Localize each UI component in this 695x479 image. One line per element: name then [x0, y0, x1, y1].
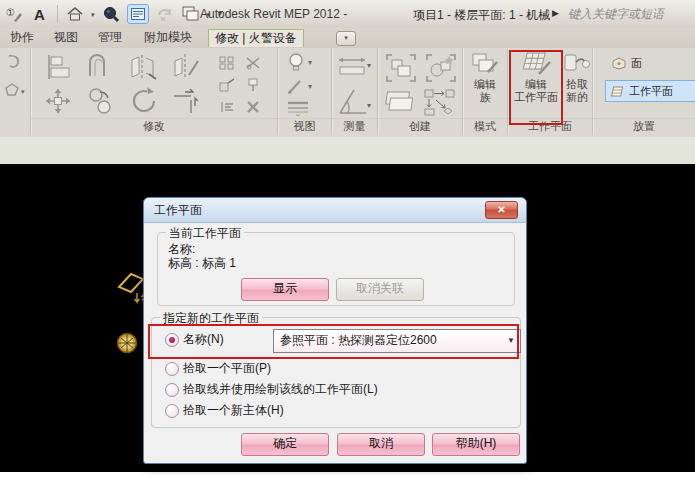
- quick-access-toolbar: ① A ▾ ▾ ▼: [4, 2, 224, 26]
- text-tool-icon[interactable]: A: [30, 4, 50, 24]
- edit-workplane-icon: [519, 50, 553, 78]
- radio-pick-plane-label[interactable]: 拾取一个平面(P): [183, 360, 271, 377]
- rotate-icon[interactable]: [129, 86, 159, 116]
- annotate-icon[interactable]: ①: [4, 4, 24, 24]
- tab-collaborate[interactable]: 协作: [4, 29, 40, 46]
- scale-icon[interactable]: [219, 78, 235, 92]
- title-bar: ① A ▾ ▾ ▼ Autodesk Rev: [0, 0, 695, 29]
- panel-label-placement: 放置: [593, 118, 695, 135]
- tab-manage[interactable]: 管理: [92, 29, 128, 46]
- svg-text:▾: ▾: [308, 82, 312, 91]
- radio-pick-host-label[interactable]: 拾取一个新主体(H): [183, 402, 284, 419]
- ok-button[interactable]: 确定: [241, 433, 329, 456]
- mirror-axis-icon[interactable]: [171, 52, 201, 82]
- svg-text:▾: ▾: [21, 88, 25, 95]
- create-similar-icon[interactable]: [424, 52, 458, 84]
- dialog-title[interactable]: 工作平面: [144, 198, 526, 223]
- ribbon: ▾: [0, 48, 695, 139]
- align-icon[interactable]: [43, 52, 73, 82]
- ribbon-minimize-button[interactable]: ▾: [336, 31, 356, 46]
- pin-icon[interactable]: [245, 78, 261, 92]
- radio-pick-line-label[interactable]: 拾取线并使用绘制该线的工作平面(L): [183, 381, 378, 398]
- angle-icon[interactable]: ▾: [336, 86, 374, 116]
- title-flyout-icon[interactable]: ▶: [552, 8, 559, 18]
- show-button[interactable]: 显示: [241, 278, 329, 301]
- paintbrush-icon[interactable]: ▾: [286, 76, 316, 96]
- panel-measure: ▾ ▾ 测量: [332, 48, 378, 135]
- load-project-icons[interactable]: [424, 88, 458, 118]
- combo-arrow-icon[interactable]: ▼: [507, 330, 515, 351]
- svg-text:▾: ▾: [308, 58, 312, 67]
- create-assembly-icon[interactable]: [384, 88, 418, 118]
- screenshot-bottom-strip: [0, 472, 695, 479]
- document-title: 项目1 - 楼层平面: 1 - 机械: [413, 7, 550, 24]
- panel-label-mode: 模式: [463, 118, 507, 135]
- place-on-face-option[interactable]: 面: [611, 56, 642, 71]
- workplane-small-icon: [610, 85, 625, 98]
- array-icon[interactable]: [219, 56, 235, 70]
- properties-palette-icon[interactable]: [127, 4, 149, 24]
- thin-lines-icon[interactable]: [286, 100, 310, 116]
- specify-group-label: 指定新的工作平面: [160, 310, 262, 327]
- delete-icon[interactable]: [245, 100, 261, 114]
- options-bar: [0, 137, 695, 165]
- panel-label-view: 视图: [278, 118, 331, 135]
- home-view-caret-icon[interactable]: ▾: [91, 11, 95, 18]
- close-icon[interactable]: ✕: [485, 201, 518, 219]
- dissociate-button: 取消关联: [336, 278, 424, 301]
- edit-workplane-button[interactable]: 编辑 工作平面: [511, 50, 561, 104]
- current-group-label: 当前工作平面: [166, 225, 244, 242]
- panel-label-create: 创建: [378, 118, 462, 135]
- split-icon[interactable]: [245, 56, 261, 70]
- select-polygon-icon[interactable]: ▾: [3, 82, 27, 100]
- svg-text:A: A: [34, 6, 45, 22]
- current-level-line: 标高 : 标高 1: [168, 255, 236, 272]
- workplane-dialog: 工作平面 ✕ 当前工作平面 名称: 标高 : 标高 1 显示 取消关联 指定新的…: [143, 197, 527, 464]
- edit-family-button[interactable]: 编辑 族: [465, 50, 505, 104]
- help-button[interactable]: 帮助(H): [432, 433, 520, 456]
- move-icon[interactable]: [43, 86, 73, 116]
- workplane-combobox[interactable]: 参照平面 : 热探测器定位2600 ▼: [273, 329, 521, 353]
- panel-label-workplane: 工作平面: [508, 118, 592, 135]
- copy-icon[interactable]: [86, 86, 116, 116]
- panel-modify: 修改: [31, 48, 278, 135]
- measure-icon[interactable]: ▾: [336, 54, 374, 80]
- pick-new-icon: [562, 50, 592, 78]
- radio-name-label[interactable]: 名称(N): [183, 331, 224, 348]
- drawing-area[interactable]: 工作平面 ✕ 当前工作平面 名称: 标高 : 标高 1 显示 取消关联 指定新的…: [0, 164, 695, 472]
- tab-modify-fire-alarm[interactable]: 修改 | 火警设备: [208, 29, 304, 47]
- panel-select: ▾: [0, 48, 31, 135]
- heat-detector-icon[interactable]: [118, 334, 137, 353]
- home-view-icon[interactable]: [65, 4, 85, 24]
- place-on-workplane-option[interactable]: 工作平面: [605, 80, 695, 102]
- svg-text:▾: ▾: [367, 101, 371, 110]
- switch-windows-icon[interactable]: [181, 4, 201, 24]
- search-input[interactable]: [566, 4, 695, 24]
- create-group-icon[interactable]: [384, 52, 418, 84]
- offset-icon[interactable]: [86, 52, 116, 82]
- panel-create: 创建: [378, 48, 463, 135]
- radio-name[interactable]: [165, 333, 179, 347]
- tab-addins[interactable]: 附加模块: [138, 29, 198, 46]
- modify-cursor-icon[interactable]: [5, 54, 23, 72]
- svg-text:▾: ▾: [367, 61, 371, 70]
- radio-pick-line[interactable]: [165, 383, 179, 397]
- render-icon[interactable]: [101, 4, 121, 24]
- trim-corner-icon[interactable]: [171, 86, 201, 116]
- mirror-icon[interactable]: [129, 52, 159, 82]
- panel-workplane: 编辑 工作平面 拾取 新的 工作平面: [508, 48, 593, 135]
- tab-view[interactable]: 视图: [48, 29, 84, 46]
- radio-pick-plane[interactable]: [165, 362, 179, 376]
- toolbar-separator: [57, 5, 58, 23]
- panel-label-modify: 修改: [31, 118, 277, 135]
- radio-pick-host[interactable]: [165, 404, 179, 418]
- panel-label-measure: 测量: [332, 118, 377, 135]
- lightbulb-icon[interactable]: ▾: [286, 52, 316, 72]
- svg-text:①: ①: [6, 7, 15, 18]
- cancel-button[interactable]: 取消: [337, 433, 425, 456]
- app-title: Autodesk Revit MEP 2012 -: [200, 7, 347, 21]
- trim-extend-icon[interactable]: [219, 100, 235, 114]
- pick-new-button[interactable]: 拾取 新的: [563, 50, 591, 104]
- ribbon-tab-bar: 协作 视图 管理 附加模块 修改 | 火警设备 ▾: [0, 28, 695, 50]
- panel-view: ▾ ▾ 视图: [278, 48, 332, 135]
